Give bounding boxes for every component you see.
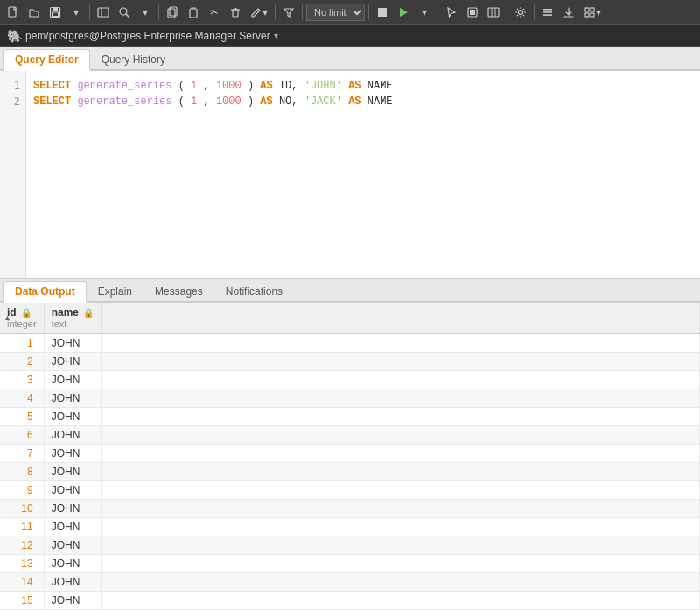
col-header-empty (102, 303, 700, 333)
separator2 (158, 4, 159, 20)
svg-rect-14 (378, 8, 387, 17)
table-row[interactable]: 12JOHN (0, 536, 700, 555)
svg-rect-18 (488, 8, 499, 17)
cell-id: 11 (0, 518, 44, 536)
copy-button[interactable] (163, 3, 182, 22)
sql-line-2: SELECT generate_series ( 1 , 1000 ) AS N… (33, 94, 693, 109)
svg-rect-2 (52, 7, 58, 11)
cut-button[interactable]: ✂ (205, 3, 224, 22)
keyword-select-1: SELECT (33, 80, 71, 92)
tab-query-editor[interactable]: Query Editor (4, 49, 90, 71)
table-row[interactable]: 4JOHN (0, 389, 700, 408)
cell-id: 4 (0, 389, 44, 408)
cell-empty (102, 333, 700, 353)
cell-empty (102, 592, 700, 610)
separator4 (302, 4, 303, 20)
table-row[interactable]: 5JOHN (0, 408, 700, 426)
output-tabs-bar: Data Output Explain Messages Notificatio… (0, 279, 700, 303)
tab-explain[interactable]: Explain (87, 281, 144, 301)
cell-empty (102, 500, 700, 518)
tab-notifications[interactable]: Notifications (214, 281, 294, 301)
separator7 (507, 4, 508, 20)
columns-button[interactable] (484, 3, 503, 22)
limit-select[interactable]: No limit 10 50 100 1000 (306, 4, 365, 21)
run-dropdown-button[interactable]: ▾ (415, 3, 434, 22)
connection-text[interactable]: pem/postgres@Postgres Enterprise Manager… (25, 30, 270, 42)
svg-rect-29 (591, 13, 594, 17)
svg-rect-11 (190, 9, 197, 18)
separator3 (275, 4, 276, 20)
svg-line-8 (126, 14, 130, 18)
table-row[interactable]: 3JOHN (0, 371, 700, 389)
save-button[interactable] (46, 3, 65, 22)
cell-id: 14 (0, 573, 44, 592)
svg-rect-24 (543, 14, 552, 16)
cursor-button[interactable] (442, 3, 461, 22)
table-row[interactable]: 10JOHN (0, 500, 700, 518)
tab-data-output[interactable]: Data Output (4, 281, 87, 303)
table-row[interactable]: 1JOHN (0, 333, 700, 353)
cell-name: JOHN (44, 555, 102, 573)
new-file-button[interactable] (4, 3, 23, 22)
cell-name: JOHN (44, 536, 102, 555)
col-id-lock-icon: 🔒 (21, 308, 32, 318)
svg-rect-23 (543, 11, 552, 13)
cell-id: 6 (0, 426, 44, 445)
cell-name: JOHN (44, 573, 102, 592)
col-name-name: name (52, 306, 79, 319)
cell-empty (102, 481, 700, 500)
table-row[interactable]: 8JOHN (0, 463, 700, 481)
settings-button[interactable] (511, 3, 530, 22)
cell-id: 5 (0, 408, 44, 426)
table-row[interactable]: 14JOHN (0, 573, 700, 592)
tab-messages[interactable]: Messages (144, 281, 214, 301)
search-button[interactable] (115, 3, 134, 22)
cell-id: 1 (0, 333, 44, 353)
connection-dropdown-arrow[interactable]: ▾ (274, 31, 278, 40)
cell-empty (102, 518, 700, 536)
cell-empty (102, 426, 700, 445)
download-button[interactable] (559, 3, 578, 22)
editor-area: 1 2 SELECT generate_series ( 1 , 1000 ) … (0, 71, 700, 279)
table-row[interactable]: 6JOHN (0, 426, 700, 445)
col-header-name[interactable]: name 🔒 text (44, 303, 102, 333)
table-row[interactable]: 11JOHN (0, 518, 700, 536)
separator5 (368, 4, 369, 20)
table-row[interactable]: 15JOHN (0, 592, 700, 610)
table-row[interactable]: 7JOHN (0, 445, 700, 463)
table-row[interactable]: 2JOHN (0, 353, 700, 371)
editor-content[interactable]: SELECT generate_series ( 1 , 1000 ) AS I… (26, 71, 700, 278)
more-button[interactable] (538, 3, 557, 22)
svg-rect-3 (52, 12, 59, 17)
col-id-type: integer (7, 319, 37, 329)
tab-query-history[interactable]: Query History (90, 49, 177, 69)
cell-name: JOHN (44, 518, 102, 536)
save-dropdown-button[interactable]: ▾ (66, 3, 86, 22)
cell-name: JOHN (44, 463, 102, 481)
filter-button[interactable] (279, 3, 298, 22)
cell-id: 9 (0, 481, 44, 500)
table-row[interactable]: 9JOHN (0, 481, 700, 500)
select-all-button[interactable] (463, 3, 482, 22)
cell-id: 10 (0, 500, 44, 518)
table-button[interactable] (94, 3, 113, 22)
paste-button[interactable] (184, 3, 203, 22)
edit-dropdown-button[interactable]: ▾ (247, 3, 271, 22)
svg-rect-26 (585, 8, 589, 11)
col-header-id[interactable]: ▲ id 🔒 integer (0, 303, 44, 333)
cell-name: JOHN (44, 426, 102, 445)
separator8 (534, 4, 535, 20)
delete-button[interactable] (226, 3, 245, 22)
cell-name: JOHN (44, 371, 102, 389)
stop-button[interactable] (373, 3, 392, 22)
cell-name: JOHN (44, 500, 102, 518)
view-dropdown-button[interactable]: ▾ (580, 3, 605, 22)
table-row[interactable]: 13JOHN (0, 555, 700, 573)
cell-empty (102, 445, 700, 463)
open-file-button[interactable] (24, 3, 44, 22)
data-table-container[interactable]: ▲ id 🔒 integer name 🔒 text (0, 303, 700, 610)
line-numbers: 1 2 (0, 71, 26, 278)
run-button[interactable] (394, 3, 413, 22)
search-dropdown-button[interactable]: ▾ (136, 3, 155, 22)
cell-name: JOHN (44, 592, 102, 610)
